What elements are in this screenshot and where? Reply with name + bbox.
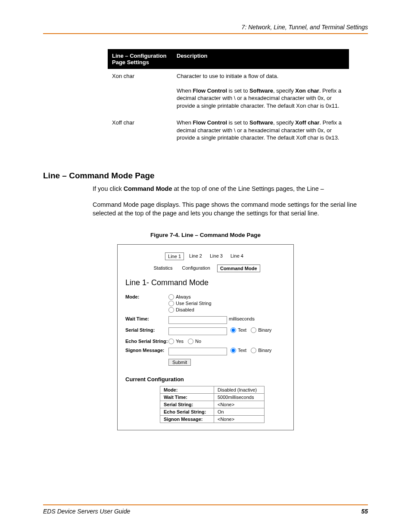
- table-row: Xon char Character to use to initiate a …: [108, 69, 349, 84]
- table-header-description: Description: [172, 49, 349, 69]
- serial-string-binary-radio[interactable]: [251, 327, 256, 333]
- table-row: Wait Time:5000milliseconds: [160, 393, 265, 401]
- subtab-command-mode[interactable]: Command Mode: [217, 264, 260, 272]
- mode-row: Mode: Always Use Serial String Disabled: [125, 294, 286, 313]
- table-row: Echo Serial String:On: [160, 408, 265, 415]
- tab-line-1[interactable]: Line 1: [165, 252, 184, 260]
- subtab-configuration[interactable]: Configuration: [180, 264, 213, 272]
- mode-option-always[interactable]: Always: [168, 294, 212, 300]
- setting-desc-detail: When Flow Control is set to Software, sp…: [172, 113, 349, 145]
- cc-value: Disabled (Inactive): [214, 386, 265, 393]
- cc-key: Serial String:: [160, 401, 214, 408]
- sub-tabs: Statistics Configuration Command Mode: [125, 264, 286, 272]
- serial-string-binary-option[interactable]: Binary: [251, 327, 271, 333]
- line-config-settings-table: Line – Configuration Page Settings Descr…: [108, 49, 349, 145]
- mode-label: Mode:: [125, 294, 168, 299]
- mode-radio-always[interactable]: [168, 294, 174, 300]
- serial-string-text-radio[interactable]: [230, 327, 236, 333]
- cc-value: On: [214, 408, 265, 415]
- setting-name: Xon char: [108, 69, 172, 84]
- signon-input[interactable]: [168, 348, 227, 355]
- echo-label: Echo Serial String:: [125, 339, 168, 344]
- echo-yes-option[interactable]: Yes: [168, 339, 184, 344]
- serial-string-input[interactable]: [168, 327, 227, 335]
- section-heading: Line – Command Mode Page: [43, 171, 368, 180]
- mode-option-use-serial-string[interactable]: Use Serial String: [168, 301, 212, 306]
- echo-no-radio[interactable]: [188, 339, 193, 344]
- panel-title: Line 1- Command Mode: [125, 278, 286, 287]
- running-header: 7: Network, Line, Tunnel, and Terminal S…: [43, 24, 368, 34]
- serial-string-text-option[interactable]: Text: [230, 327, 246, 333]
- tab-line-3[interactable]: Line 3: [207, 252, 225, 260]
- table-row: Xoff char When Flow Control is set to So…: [108, 113, 349, 145]
- signon-row: Signon Message: Text Binary: [125, 348, 286, 355]
- submit-button[interactable]: Submit: [168, 359, 191, 366]
- current-config-heading: Current Configuration: [125, 376, 286, 383]
- table-row: Signon Message:<None>: [160, 415, 265, 423]
- wait-time-row: Wait Time: milliseconds: [125, 316, 286, 324]
- signon-label: Signon Message:: [125, 348, 168, 353]
- serial-string-row: Serial String: Text Binary: [125, 327, 286, 335]
- figure-caption: Figure 7-4. Line – Command Mode Page: [43, 232, 368, 238]
- setting-name: Xoff char: [108, 113, 172, 145]
- submit-row: Submit: [168, 359, 286, 366]
- echo-no-option[interactable]: No: [188, 339, 201, 344]
- mode-radio-disabled[interactable]: [168, 307, 174, 313]
- signon-text-option[interactable]: Text: [230, 348, 246, 353]
- page-footer: EDS Device Servers User Guide 55: [43, 504, 368, 515]
- paragraph: If you click Command Mode at the top of …: [93, 185, 368, 193]
- mode-option-disabled[interactable]: Disabled: [168, 307, 212, 313]
- cc-key: Mode:: [160, 386, 214, 393]
- echo-yes-radio[interactable]: [168, 339, 174, 344]
- table-row: When Flow Control is set to Software, sp…: [108, 84, 349, 113]
- table-row: Mode:Disabled (Inactive): [160, 386, 265, 393]
- serial-string-label: Serial String:: [125, 327, 168, 333]
- echo-row: Echo Serial String: Yes No: [125, 339, 286, 344]
- footer-title: EDS Device Servers User Guide: [43, 508, 130, 515]
- cc-key: Signon Message:: [160, 415, 214, 423]
- cc-value: <None>: [214, 415, 265, 423]
- subtab-statistics[interactable]: Statistics: [151, 264, 175, 272]
- table-header-setting: Line – Configuration Page Settings: [108, 49, 172, 69]
- setting-desc-detail: When Flow Control is set to Software, sp…: [172, 84, 349, 113]
- command-mode-screenshot: Line 1 Line 2 Line 3 Line 4 Statistics C…: [117, 244, 294, 430]
- signon-binary-radio[interactable]: [251, 348, 256, 353]
- wait-time-input[interactable]: [168, 316, 227, 324]
- table-row: Serial String:<None>: [160, 401, 265, 408]
- cc-value: 5000milliseconds: [214, 393, 265, 401]
- cc-value: <None>: [214, 401, 265, 408]
- wait-time-unit: milliseconds: [229, 316, 255, 321]
- tab-line-4[interactable]: Line 4: [228, 252, 246, 260]
- line-tabs: Line 1 Line 2 Line 3 Line 4: [125, 252, 286, 260]
- wait-time-label: Wait Time:: [125, 316, 168, 321]
- cc-key: Wait Time:: [160, 393, 214, 401]
- page-number: 55: [361, 508, 368, 515]
- paragraph: Command Mode page displays. This page sh…: [93, 201, 368, 218]
- signon-text-radio[interactable]: [230, 348, 236, 353]
- cc-key: Echo Serial String:: [160, 408, 214, 415]
- mode-radio-use-serial[interactable]: [168, 301, 174, 306]
- signon-binary-option[interactable]: Binary: [251, 348, 271, 353]
- document-page: 7: Network, Line, Tunnel, and Terminal S…: [0, 0, 411, 532]
- tab-line-2[interactable]: Line 2: [187, 252, 205, 260]
- setting-desc: Character to use to initiate a flow of d…: [172, 69, 349, 84]
- current-config-table: Mode:Disabled (Inactive) Wait Time:5000m…: [160, 386, 265, 423]
